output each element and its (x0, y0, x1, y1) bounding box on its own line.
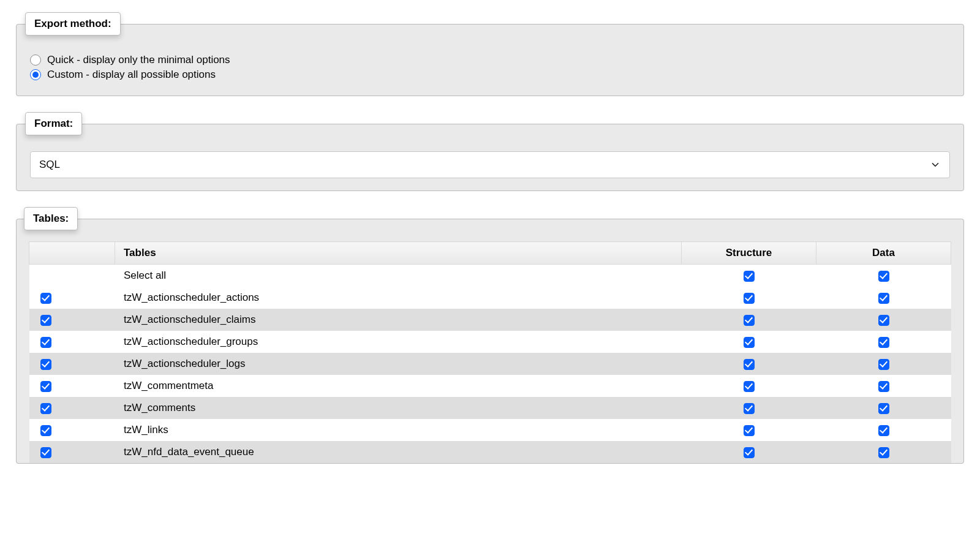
table-row-data-checkbox[interactable] (878, 315, 889, 326)
export-method-custom-row[interactable]: Custom - display all possible options (30, 69, 950, 81)
tables-header-structure: Structure (682, 242, 816, 265)
table-row-data-checkbox[interactable] (878, 425, 889, 436)
table-row-name[interactable]: tzW_links (115, 419, 682, 441)
table-row: tzW_actionscheduler_logs (29, 353, 951, 375)
table-row-name[interactable]: tzW_actionscheduler_actions (115, 287, 682, 309)
table-row-structure-checkbox[interactable] (744, 293, 755, 304)
table-row-data-checkbox[interactable] (878, 381, 889, 392)
table-row-data-checkbox[interactable] (878, 293, 889, 304)
select-all-row-checkbox-cell (29, 265, 115, 287)
table-row-checkbox[interactable] (40, 381, 51, 392)
table-row-select-all: Select all (29, 265, 951, 287)
table-row-name[interactable]: tzW_commentmeta (115, 375, 682, 397)
table-row-checkbox[interactable] (40, 359, 51, 370)
table-row-name[interactable]: tzW_actionscheduler_claims (115, 309, 682, 331)
table-row-checkbox[interactable] (40, 403, 51, 414)
select-all-label[interactable]: Select all (115, 265, 682, 287)
table-row: tzW_actionscheduler_claims (29, 309, 951, 331)
tables-table: Tables Structure Data Select alltzW_acti… (29, 241, 951, 463)
table-row-name[interactable]: tzW_actionscheduler_logs (115, 353, 682, 375)
table-row-structure-checkbox[interactable] (744, 403, 755, 414)
table-row: tzW_links (29, 419, 951, 441)
table-row-structure-checkbox[interactable] (744, 359, 755, 370)
table-row-structure-checkbox[interactable] (744, 447, 755, 458)
table-row-name[interactable]: tzW_comments (115, 397, 682, 419)
export-method-fieldset: Export method: Quick - display only the … (16, 12, 964, 96)
chevron-down-icon (930, 159, 941, 170)
table-row-checkbox[interactable] (40, 447, 51, 458)
table-row-checkbox[interactable] (40, 425, 51, 436)
format-select-value: SQL (39, 159, 60, 171)
format-legend: Format: (25, 112, 82, 135)
table-row-checkbox[interactable] (40, 315, 51, 326)
table-row-data-checkbox[interactable] (878, 403, 889, 414)
table-row-structure-checkbox[interactable] (744, 425, 755, 436)
export-method-custom-label[interactable]: Custom - display all possible options (47, 69, 216, 81)
table-row: tzW_actionscheduler_actions (29, 287, 951, 309)
export-method-quick-radio[interactable] (30, 55, 41, 66)
table-row-data-checkbox[interactable] (878, 447, 889, 458)
table-row-structure-checkbox[interactable] (744, 337, 755, 348)
select-all-data-checkbox[interactable] (878, 271, 889, 282)
export-method-custom-radio[interactable] (30, 69, 41, 80)
table-row-checkbox[interactable] (40, 293, 51, 304)
table-row-name[interactable]: tzW_nfd_data_event_queue (115, 441, 682, 463)
table-row: tzW_commentmeta (29, 375, 951, 397)
format-select[interactable]: SQL (30, 151, 950, 178)
tables-legend: Tables: (24, 207, 78, 230)
export-method-quick-label[interactable]: Quick - display only the minimal options (47, 54, 230, 66)
table-row: tzW_actionscheduler_groups (29, 331, 951, 353)
export-method-quick-row[interactable]: Quick - display only the minimal options (30, 54, 950, 66)
table-row-data-checkbox[interactable] (878, 359, 889, 370)
select-all-structure-checkbox[interactable] (744, 271, 755, 282)
tables-header-blank (29, 242, 115, 265)
table-row-data-checkbox[interactable] (878, 337, 889, 348)
table-row-structure-checkbox[interactable] (744, 381, 755, 392)
export-method-legend: Export method: (25, 12, 121, 36)
table-row-checkbox[interactable] (40, 337, 51, 348)
table-row-name[interactable]: tzW_actionscheduler_groups (115, 331, 682, 353)
tables-fieldset: Tables: Tables Structure Data Select all… (16, 207, 964, 464)
table-row-structure-checkbox[interactable] (744, 315, 755, 326)
format-fieldset: Format: SQL (16, 112, 964, 191)
tables-header-tables: Tables (115, 242, 682, 265)
tables-header-data: Data (816, 242, 951, 265)
table-row: tzW_nfd_data_event_queue (29, 441, 951, 463)
table-row: tzW_comments (29, 397, 951, 419)
